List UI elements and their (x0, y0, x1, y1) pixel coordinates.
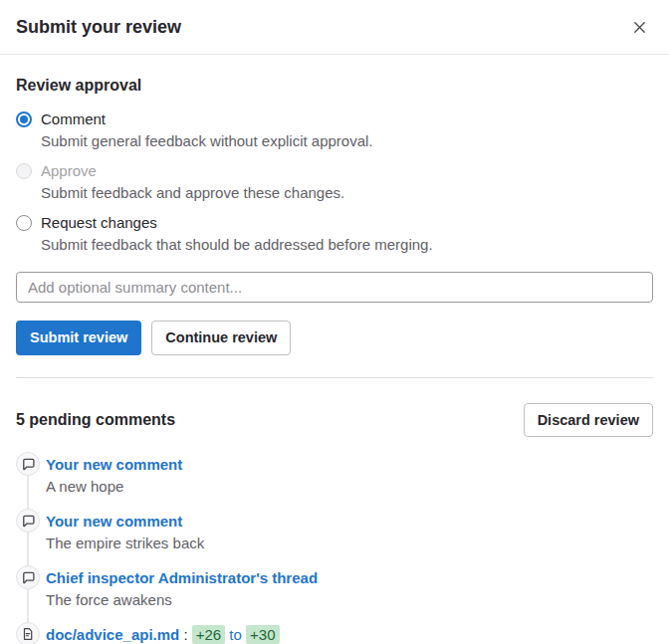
discard-review-button[interactable]: Discard review (524, 403, 653, 438)
review-actions: Submit review Continue review (16, 321, 653, 355)
line-badge-to: +30 (246, 625, 279, 644)
radio-option-approve-row: Approve (16, 160, 653, 181)
radio-request-changes-label: Request changes (41, 212, 157, 233)
review-approval-heading: Review approval (16, 76, 653, 96)
comment-title-line: Your new comment (46, 454, 653, 476)
comment-link[interactable]: doc/advice_api.md (46, 626, 179, 643)
radio-request-changes-description: Submit feedback that should be addressed… (41, 234, 653, 255)
comment-subtitle: The force awakens (46, 589, 653, 611)
pending-comment-item: Your new commentA new hope (16, 454, 653, 498)
pending-comment-item: Chief inspector Administrator's threadTh… (16, 567, 653, 611)
radio-option-comment: Comment Submit general feedback without … (16, 108, 653, 151)
comment-link[interactable]: Your new comment (46, 513, 182, 530)
comment-subtitle: The empire strikes back (46, 533, 653, 554)
comment-title-line: Chief inspector Administrator's thread (46, 567, 653, 589)
file-icon (16, 622, 40, 644)
radio-option-approve: Approve Submit feedback and approve thes… (16, 160, 653, 203)
radio-request-changes[interactable] (16, 215, 32, 231)
section-divider (16, 377, 653, 378)
comment-title-line: doc/advice_api.md : +26 to +30 (46, 624, 653, 644)
pending-comment-item: doc/advice_api.md : +26 to +30The last J… (16, 624, 653, 644)
comment-title-line: Your new comment (46, 511, 653, 533)
comment-icon (16, 565, 40, 589)
dialog-header: Submit your review (0, 0, 669, 55)
radio-option-request-changes-row[interactable]: Request changes (16, 212, 653, 233)
comment-icon (16, 509, 40, 533)
close-icon (632, 20, 647, 35)
pending-comment-item: Your new commentThe empire strikes back (16, 511, 653, 554)
radio-option-comment-row[interactable]: Comment (16, 108, 653, 129)
radio-approve-description: Submit feedback and approve these change… (41, 182, 653, 203)
radio-comment-label: Comment (41, 108, 106, 129)
pending-comments-heading: 5 pending comments (16, 411, 175, 429)
comment-link[interactable]: Chief inspector Administrator's thread (46, 569, 318, 586)
radio-approve-label: Approve (41, 160, 97, 181)
submit-review-button[interactable]: Submit review (16, 321, 141, 355)
close-button[interactable] (625, 13, 653, 41)
line-badge-from: +26 (192, 625, 225, 644)
radio-option-request-changes: Request changes Submit feedback that sho… (16, 212, 653, 255)
radio-comment[interactable] (16, 111, 32, 127)
comment-subtitle: A new hope (46, 476, 653, 498)
range-connector: to (225, 626, 246, 643)
title-separator: : (179, 626, 192, 643)
comment-link[interactable]: Your new comment (46, 456, 182, 473)
pending-comments-list: Your new commentA new hopeYour new comme… (16, 454, 653, 644)
summary-input[interactable] (16, 272, 653, 303)
radio-comment-description: Submit general feedback without explicit… (41, 130, 653, 151)
dialog-title: Submit your review (16, 13, 181, 41)
radio-approve (16, 163, 32, 179)
dialog-body: Review approval Comment Submit general f… (0, 76, 669, 644)
pending-comments-header: 5 pending comments Discard review (16, 403, 653, 438)
continue-review-button[interactable]: Continue review (151, 321, 291, 355)
comment-icon (16, 452, 40, 476)
